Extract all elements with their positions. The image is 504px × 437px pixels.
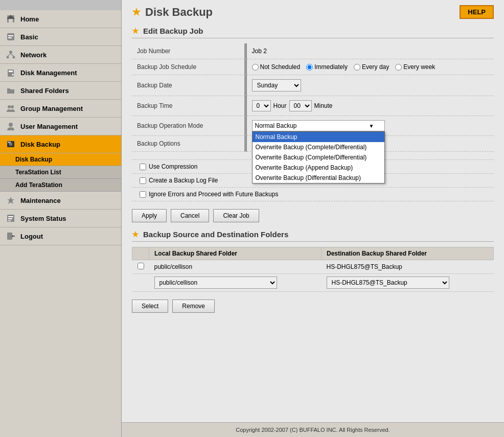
- immediately-option[interactable]: Immediately: [306, 63, 348, 71]
- row-checkbox[interactable]: [138, 263, 144, 269]
- backup-time-value: 0 Hour 00 Minute: [246, 96, 494, 116]
- sidebar-item-disk-management[interactable]: Disk Management: [0, 64, 121, 82]
- create-log-label: Create a Backup Log File: [149, 177, 218, 184]
- operation-mode-selected[interactable]: Normal Backup ▼: [252, 120, 385, 131]
- dropdown-option-2[interactable]: Overwrite Backup (Complete/Differential): [253, 152, 384, 163]
- svg-point-15: [11, 105, 14, 108]
- footer: Copyright 2002-2007 (C) BUFFALO INC. All…: [122, 422, 504, 437]
- source-folder-select[interactable]: public/cellison: [154, 277, 277, 289]
- not-scheduled-option[interactable]: Not Scheduled: [252, 63, 301, 71]
- svg-rect-12: [9, 71, 13, 72]
- svg-rect-22: [8, 216, 13, 217]
- job-number-value: Job 2: [246, 43, 494, 59]
- sidebar-item-basic[interactable]: Basic: [0, 28, 121, 46]
- sidebar-item-maintenance[interactable]: Maintenance: [0, 192, 121, 210]
- sidebar-item-logout[interactable]: Logout: [0, 227, 121, 245]
- hour-select[interactable]: 0: [252, 100, 271, 111]
- sidebar-item-disk-backup-label: Disk Backup: [20, 141, 60, 148]
- sub-item-terastation-list[interactable]: TeraStation List: [0, 166, 121, 179]
- operation-mode-dropdown-container: Normal Backup Normal Backup ▼ Normal Bac…: [252, 120, 385, 131]
- sidebar-item-system-status[interactable]: System Status: [0, 210, 121, 227]
- hour-label: Hour: [273, 102, 287, 109]
- backup-source-title: Backup Source and Destination Folders: [132, 230, 494, 242]
- sidebar-item-basic-label: Basic: [20, 33, 38, 41]
- every-day-option[interactable]: Every day: [354, 63, 389, 71]
- backup-source-dropdowns-row: public/cellison HS-DHGL875@TS_Backup: [132, 274, 494, 292]
- action-buttons: Apply Cancel Clear Job: [132, 209, 494, 222]
- create-log-checkbox[interactable]: [140, 177, 146, 184]
- operation-mode-selected-text: Normal Backup: [255, 122, 297, 129]
- sidebar-item-group-management-label: Group Management: [20, 105, 83, 112]
- every-week-label: Every week: [403, 63, 435, 71]
- edit-backup-title: Edit Backup Job: [132, 27, 494, 38]
- sidebar-item-user-management[interactable]: User Management: [0, 118, 121, 135]
- dropdown-option-1[interactable]: Overwrite Backup (Complete/Differential): [253, 142, 384, 152]
- time-group: 0 Hour 00 Minute: [252, 100, 489, 111]
- sidebar-item-group-management[interactable]: Group Management: [0, 100, 121, 118]
- every-week-radio[interactable]: [395, 64, 402, 71]
- job-number-row: Job Number Job 2: [132, 43, 494, 59]
- dropdown-option-0[interactable]: Normal Backup: [253, 132, 384, 142]
- sidebar-item-disk-backup[interactable]: Disk Backup: [0, 135, 121, 153]
- folder-icon: [5, 85, 16, 96]
- sub-item-add-terastation-label: Add TeraStation: [15, 181, 62, 189]
- apply-button[interactable]: Apply: [132, 209, 167, 222]
- sidebar-item-shared-folders-label: Shared Folders: [20, 87, 69, 95]
- immediately-radio[interactable]: [306, 64, 313, 71]
- cancel-button[interactable]: Cancel: [171, 209, 209, 222]
- help-button[interactable]: HELP: [460, 5, 494, 19]
- every-day-radio[interactable]: [354, 64, 360, 71]
- every-week-option[interactable]: Every week: [395, 63, 435, 71]
- svg-point-16: [9, 123, 13, 127]
- svg-rect-23: [8, 218, 12, 219]
- schedule-row: Backup Job Schedule Not Scheduled Immedi…: [132, 59, 494, 75]
- backup-options-label: Backup Options: [132, 136, 244, 152]
- group-icon: [5, 103, 16, 114]
- svg-rect-20: [8, 142, 11, 143]
- operation-mode-label: Backup Operation Mode: [132, 116, 244, 136]
- use-compression-checkbox[interactable]: [140, 164, 146, 170]
- edit-backup-form: Job Number Job 2 Backup Job Schedule Not…: [132, 43, 494, 152]
- sidebar-item-home[interactable]: Home: [0, 10, 121, 28]
- backup-date-select[interactable]: Sunday Monday Tuesday Wednesday Thursday…: [252, 79, 301, 91]
- backup-source-table: Local Backup Shared Folder Destination B…: [132, 247, 494, 292]
- ignore-errors-checkbox[interactable]: [140, 191, 146, 198]
- sidebar-item-network-label: Network: [20, 51, 47, 59]
- source-action-buttons: Select Remove: [132, 300, 494, 313]
- backup-date-row: Backup Date Sunday Monday Tuesday Wednes…: [132, 75, 494, 96]
- sub-item-add-terastation[interactable]: Add TeraStation: [0, 179, 121, 192]
- diskbackup-icon: [5, 139, 16, 150]
- section-icon: [132, 28, 139, 35]
- remove-button[interactable]: Remove: [172, 300, 215, 313]
- schedule-radio-group: Not Scheduled Immediately Every day: [252, 63, 489, 71]
- operation-mode-custom-dropdown: Normal Backup ▼ Normal Backup Overwrite …: [252, 120, 385, 131]
- page-title-icon: [132, 8, 141, 17]
- sidebar-item-network[interactable]: Network: [0, 46, 121, 64]
- basic-icon: [5, 31, 16, 42]
- clear-job-button[interactable]: Clear Job: [213, 209, 259, 222]
- svg-point-13: [12, 74, 14, 76]
- sidebar-item-maintenance-label: Maintenance: [20, 197, 61, 204]
- svg-rect-24: [8, 220, 11, 221]
- minute-select[interactable]: 00: [289, 100, 312, 111]
- backup-source-header-row: Local Backup Shared Folder Destination B…: [132, 247, 494, 260]
- source-section-icon: [132, 231, 139, 238]
- not-scheduled-label: Not Scheduled: [260, 63, 301, 71]
- svg-point-8: [13, 56, 15, 59]
- dest-folder-select[interactable]: HS-DHGL875@TS_Backup: [327, 277, 449, 289]
- sub-item-disk-backup[interactable]: Disk Backup: [0, 153, 121, 166]
- svg-rect-4: [8, 35, 13, 36]
- dropdown-option-4[interactable]: Overwrite Backup (Differential Backup): [253, 173, 384, 183]
- source-folder-cell: public/cellison: [149, 260, 322, 274]
- edit-backup-section: Edit Backup Job Job Number Job 2 Backup …: [132, 27, 494, 222]
- svg-line-10: [11, 54, 14, 56]
- network-icon: [5, 49, 16, 60]
- sidebar-item-shared-folders[interactable]: Shared Folders: [0, 82, 121, 100]
- dropdown-option-3[interactable]: Overwrite Backup (Append Backup): [253, 163, 384, 173]
- footer-text: Copyright 2002-2007 (C) BUFFALO INC. All…: [236, 427, 390, 433]
- main-content: Disk Backup HELP Edit Backup Job Job Num…: [122, 0, 504, 437]
- select-button[interactable]: Select: [132, 300, 168, 313]
- not-scheduled-radio[interactable]: [252, 64, 259, 71]
- operation-mode-value: Normal Backup Normal Backup ▼ Normal Bac…: [246, 116, 494, 136]
- status-icon: [5, 213, 16, 224]
